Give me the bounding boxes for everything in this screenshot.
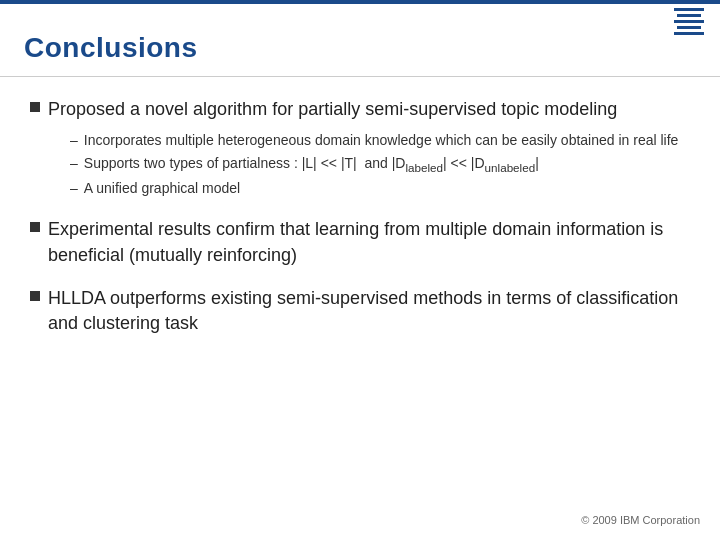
- slide-title: Conclusions: [24, 32, 198, 63]
- content-area: Proposed a novel algorithm for partially…: [0, 77, 720, 374]
- footer-text: © 2009 IBM Corporation: [581, 514, 700, 526]
- sub-bullet-text-1-3: A unified graphical model: [84, 178, 240, 199]
- main-bullet-3: HLLDA outperforms existing semi-supervis…: [30, 286, 690, 336]
- main-bullet-1: Proposed a novel algorithm for partially…: [30, 97, 690, 122]
- sub-bullet-1-3: A unified graphical model: [70, 178, 690, 199]
- sub-bullet-1-2: Supports two types of partialness : |L| …: [70, 153, 690, 176]
- main-bullet-2: Experimental results confirm that learni…: [30, 217, 690, 267]
- bullet-section-1: Proposed a novel algorithm for partially…: [30, 97, 690, 199]
- sub-bullets-1: Incorporates multiple heterogeneous doma…: [70, 130, 690, 199]
- bullet-icon-1: [30, 102, 40, 112]
- bullet-section-2: Experimental results confirm that learni…: [30, 217, 690, 267]
- ibm-logo-area: [674, 8, 704, 35]
- bullet-icon-3: [30, 291, 40, 301]
- main-bullet-text-2: Experimental results confirm that learni…: [48, 217, 690, 267]
- slide: Conclusions Proposed a novel algorithm f…: [0, 0, 720, 540]
- bullet-section-3: HLLDA outperforms existing semi-supervis…: [30, 286, 690, 336]
- sub-bullet-1-1: Incorporates multiple heterogeneous doma…: [70, 130, 690, 151]
- main-bullet-text-1: Proposed a novel algorithm for partially…: [48, 97, 617, 122]
- bullet-icon-2: [30, 222, 40, 232]
- sub-bullet-text-1-1: Incorporates multiple heterogeneous doma…: [84, 130, 679, 151]
- main-bullet-text-3: HLLDA outperforms existing semi-supervis…: [48, 286, 690, 336]
- sub-bullet-text-1-2: Supports two types of partialness : |L| …: [84, 153, 539, 176]
- ibm-logo: [674, 8, 704, 35]
- title-section: Conclusions: [0, 4, 720, 77]
- footer: © 2009 IBM Corporation: [581, 514, 700, 526]
